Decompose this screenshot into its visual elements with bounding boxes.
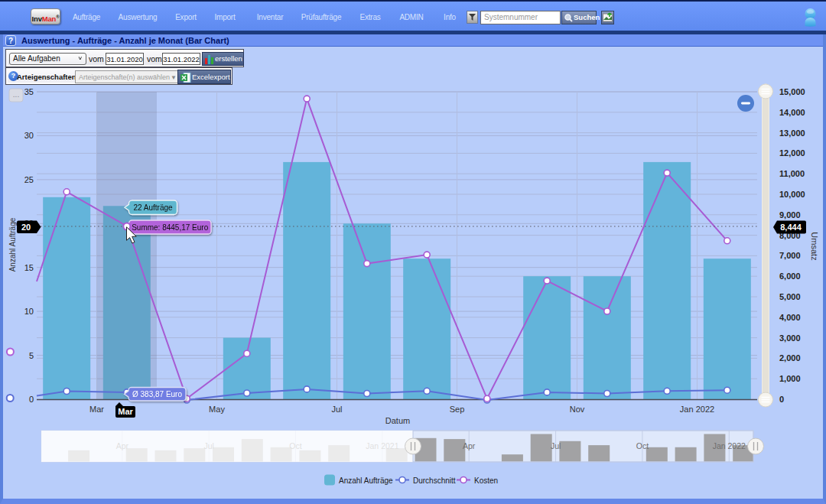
svg-text:Jan 2022: Jan 2022 [680,405,714,414]
svg-text:10: 10 [24,307,34,316]
svg-text:9,000: 9,000 [779,210,801,219]
svg-text:13,000: 13,000 [779,128,805,138]
svg-text:0: 0 [29,395,34,404]
svg-text:Umsatz: Umsatz [810,232,819,260]
svg-text:15,000: 15,000 [779,87,805,96]
svg-text:Sep: Sep [450,405,465,414]
svg-text:2,000: 2,000 [779,353,801,363]
svg-text:Anzahl Aufträge: Anzahl Aufträge [339,476,393,485]
svg-text:11,000: 11,000 [779,169,805,178]
svg-text:4,000: 4,000 [779,313,801,322]
svg-text:Jul: Jul [551,441,561,450]
svg-text:5,000: 5,000 [779,292,801,301]
svg-text:6,000: 6,000 [779,272,801,281]
svg-text:Summe: 8445,17 Euro: Summe: 8445,17 Euro [132,223,208,232]
svg-text:8,444: 8,444 [780,223,802,232]
svg-text:0: 0 [779,395,784,404]
svg-text:20: 20 [21,223,31,232]
svg-text:Jul: Jul [331,405,342,414]
svg-text:Ø 383,87 Euro: Ø 383,87 Euro [132,390,182,398]
svg-text:Jan 2022: Jan 2022 [713,441,746,450]
svg-text:Kosten: Kosten [474,476,498,485]
svg-text:Nov: Nov [570,405,585,414]
svg-text:12,000: 12,000 [779,148,805,158]
svg-text:22 Aufträge: 22 Aufträge [133,203,173,212]
svg-text:Durchschnitt: Durchschnitt [413,476,456,485]
svg-text:Apr: Apr [463,441,476,450]
svg-text:30: 30 [24,131,34,140]
svg-text:35: 35 [24,87,34,96]
svg-text:1,000: 1,000 [779,374,801,383]
svg-text:15: 15 [24,263,34,272]
svg-text:Datum: Datum [385,416,410,425]
svg-text:Mar: Mar [118,407,133,416]
svg-text:3,000: 3,000 [779,333,801,343]
svg-text:Anzahl Aufträge: Anzahl Aufträge [8,217,17,272]
svg-text:...: ... [13,90,19,99]
svg-text:Oct: Oct [636,441,649,450]
svg-text:10,000: 10,000 [779,190,805,199]
svg-text:Mar: Mar [89,405,104,414]
svg-text:5: 5 [29,351,34,360]
svg-text:25: 25 [24,175,34,184]
svg-text:May: May [209,405,225,414]
svg-text:7,000: 7,000 [779,251,801,260]
svg-text:14,000: 14,000 [779,108,805,117]
